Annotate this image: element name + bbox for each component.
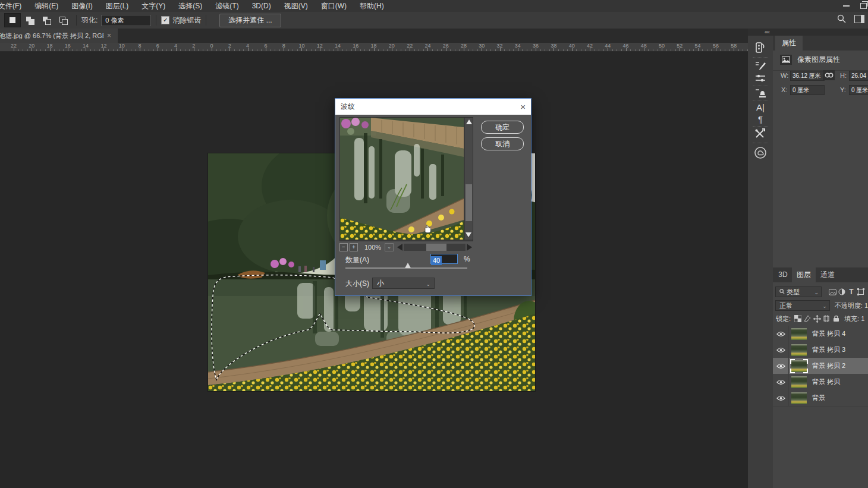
scroll-right-icon[interactable] [467,244,472,251]
zoom-level-value: 100% [364,244,381,251]
paragraph-panel-icon[interactable]: ¶ [748,114,773,124]
tab-channels[interactable]: 通道 [816,267,839,282]
dock-header: «« [748,29,868,36]
zoom-out-button[interactable]: − [339,243,348,251]
new-selection-icon [10,17,15,23]
eye-icon [776,395,785,401]
layer-thumbnail[interactable] [791,328,807,340]
lock-pixels-icon[interactable] [803,315,812,322]
collapse-panels-icon[interactable]: «« [765,29,769,35]
filter-type-layers-icon[interactable]: T [847,288,856,296]
y-field[interactable]: 0 厘米 [849,85,868,95]
add-to-selection-button[interactable] [22,14,37,27]
feather-input[interactable]: 0 像素 [101,15,151,26]
zoom-dropdown-icon[interactable]: ⌄ [385,243,394,251]
horizontal-ruler: 2220181614121086420246810121416182022242… [0,43,748,52]
cc-libraries-panel-icon[interactable] [748,146,773,162]
cancel-button[interactable]: 取消 [481,137,524,150]
menu-item[interactable]: 文字(Y) [135,0,172,12]
new-selection-mode-button[interactable] [4,13,21,27]
menu-item[interactable]: 滤镜(T) [209,0,245,12]
properties-panel-icon[interactable] [748,42,773,56]
character-panel-icon[interactable]: A| [748,102,773,112]
width-field[interactable]: 36.12 厘米 [790,71,825,81]
lock-transparency-icon[interactable] [793,315,803,322]
menu-item[interactable]: 视图(V) [278,0,315,12]
dialog-title-bar[interactable]: 波纹 × [335,99,531,115]
panel-icon-strip: A| ¶ [748,36,773,488]
lock-artboard-icon[interactable] [822,315,831,322]
menu-item[interactable]: 帮助(H) [353,0,391,12]
workspace-switcher-icon[interactable] [854,15,864,23]
menu-item[interactable]: 图像(I) [65,0,99,12]
document-tab[interactable]: 池塘.jpg @ 66.7% (背景 拷贝 2, RGB/8#) * × [0,29,118,43]
tab-3d[interactable]: 3D [774,267,792,282]
tab-layers[interactable]: 图层 [792,267,816,282]
filter-shape-layers-icon[interactable] [856,288,866,295]
antialias-checkbox[interactable]: ✓ [161,16,169,24]
opacity-value[interactable]: 1 [864,302,868,309]
restore-icon[interactable] [860,3,867,9]
scroll-left-icon[interactable] [397,244,402,251]
subtract-from-selection-button[interactable] [39,14,54,27]
menu-item[interactable]: 选择(S) [172,0,209,12]
layer-row[interactable]: 背景 拷贝 3 [773,342,868,358]
amount-slider-thumb[interactable] [405,263,411,268]
layer-thumbnail[interactable] [791,360,807,372]
vertical-scroll-thumb[interactable] [466,184,472,221]
y-label: Y: [840,86,846,93]
layer-thumbnail[interactable] [791,376,807,388]
zoom-in-button[interactable]: + [350,243,358,251]
fill-value[interactable]: 1 [861,315,864,322]
dialog-close-icon[interactable]: × [520,102,526,111]
horizontal-scroll-thumb[interactable] [426,244,446,251]
document-tab-close-icon[interactable]: × [107,32,111,40]
filter-pixel-layers-icon[interactable] [828,289,837,295]
scroll-up-icon[interactable] [466,119,472,124]
properties-panel: 像素图层属性 W: 36.12 厘米 H: 26.04 厘米 X: 0 厘米 Y… [773,51,868,268]
blend-mode-dropdown[interactable]: 正常 ⌄ [775,300,830,311]
search-icon[interactable] [837,14,846,23]
filter-adjustment-layers-icon[interactable] [837,288,847,295]
eye-icon [776,379,785,385]
preview-horizontal-scrollbar[interactable] [404,244,466,251]
layer-row[interactable]: 背景 拷贝 4 [773,326,868,342]
amount-input[interactable]: 40 [430,254,458,264]
clone-source-panel-icon[interactable] [748,88,773,101]
layer-row[interactable]: 背景 拷贝 [773,374,868,391]
blend-mode-value: 正常 [779,302,792,309]
layer-row-selected[interactable]: 背景 拷贝 2 [773,358,868,374]
menu-items: 文件(F)编辑(E)图像(I)图层(L)文字(Y)选择(S)滤镜(T)3D(D)… [0,0,391,12]
layer-thumbnail[interactable] [791,344,807,356]
layer-thumbnail[interactable] [791,392,807,404]
lock-position-icon[interactable] [812,315,822,323]
ripple-filter-dialog: 波纹 × [335,98,532,296]
menu-item[interactable]: 编辑(E) [28,0,65,12]
brushes-panel-icon[interactable] [748,74,773,86]
search-icon [779,289,785,294]
select-and-mask-button[interactable]: 选择并遮住 ... [219,14,281,27]
tool-presets-panel-icon[interactable] [748,128,773,141]
preview-vertical-scrollbar[interactable] [465,118,473,240]
x-field[interactable]: 0 厘米 [790,85,825,95]
menu-item[interactable]: 窗口(W) [315,0,353,12]
brush-settings-panel-icon[interactable] [748,61,773,74]
tab-properties[interactable]: 属性 [775,36,803,51]
height-field[interactable]: 26.04 厘米 [849,71,868,81]
menu-item[interactable]: 图层(L) [99,0,136,12]
preview-image[interactable] [340,118,464,240]
intersect-selection-button[interactable] [55,14,71,27]
layer-filter-dropdown[interactable]: 类型 ⌄ [775,286,822,297]
width-label: W: [781,72,788,79]
layer-row[interactable]: 背景 [773,390,868,407]
menu-item[interactable]: 文件(F) [0,0,28,12]
ok-button[interactable]: 确定 [481,121,524,134]
link-dimensions-icon[interactable] [823,70,835,80]
window-controls [843,0,868,12]
size-dropdown[interactable]: 小 ⌄ [372,278,435,289]
amount-slider[interactable] [345,267,467,269]
scroll-down-icon[interactable] [466,232,471,237]
menu-item[interactable]: 3D(D) [246,0,278,12]
minimize-icon[interactable] [843,5,850,7]
lock-all-icon[interactable] [831,315,841,322]
